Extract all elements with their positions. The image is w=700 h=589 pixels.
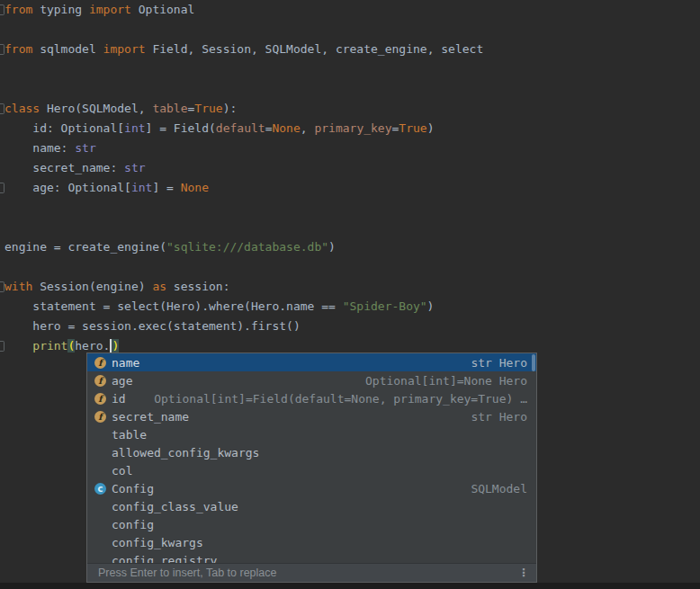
code-token: True	[399, 121, 426, 135]
completion-footer: Press Enter to insert, Tab to replace ⋮	[87, 563, 536, 582]
code-token: ,	[301, 121, 315, 135]
completion-footer-hint: Press Enter to insert, Tab to replace	[98, 567, 276, 579]
code-token: ] = Field(	[146, 121, 216, 135]
code-line-3[interactable]: from sqlmodel import Field, Session, SQL…	[4, 40, 483, 59]
code-line-15[interactable]: with Session(engine) as session:	[4, 277, 229, 297]
icon-placeholder	[94, 447, 106, 459]
completion-label: config_kwargs	[112, 536, 203, 549]
code-token: ] =	[152, 181, 180, 194]
code-token: None	[181, 181, 209, 194]
completion-label: allowed_config_kwargs	[112, 446, 259, 460]
icon-placeholder	[94, 555, 106, 564]
completion-label: age	[112, 374, 132, 388]
code-token: table	[152, 102, 187, 115]
gutter-icon[interactable]	[0, 341, 4, 352]
code-token: Hero(SQLModel,	[40, 102, 152, 115]
code-token: Optional	[131, 3, 194, 16]
code-token: from	[4, 42, 32, 56]
completion-label: name	[112, 356, 139, 370]
popup-scrollbar-thumb[interactable]	[532, 354, 535, 371]
completion-label: config	[112, 518, 154, 531]
code-token: Field, Session, SQLModel, create_engine,…	[146, 42, 484, 56]
gutter-icon[interactable]	[0, 183, 4, 193]
code-token: import	[89, 3, 131, 16]
code-token: session:	[166, 280, 229, 293]
completion-item-secret_name[interactable]: fsecret_namestr Hero	[87, 407, 536, 425]
gutter-icon[interactable]	[0, 103, 4, 114]
completion-item-config_kwargs[interactable]: config_kwargs	[87, 533, 536, 551]
code-token: with	[4, 280, 32, 293]
completion-type-hint: str Hero	[471, 356, 527, 370]
code-token: class	[4, 102, 40, 115]
completion-label: secret_name	[112, 410, 189, 424]
code-token: ):	[223, 102, 238, 115]
code-token: engine = create_engine(	[4, 240, 166, 254]
pycharm-editor-window: from typing import Optionalfrom sqlmodel…	[0, 0, 700, 589]
code-token: from	[4, 3, 32, 16]
code-token: sqlmodel	[32, 42, 103, 56]
completion-type-hint: SQLModel	[471, 482, 527, 495]
code-token: str	[124, 161, 145, 174]
completion-type-hint: Optional[int]=Field(default=None, primar…	[154, 392, 527, 406]
code-token: primary_key	[314, 121, 391, 135]
code-line-13[interactable]: engine = create_engine("sqlite:///databa…	[4, 237, 336, 257]
completion-label: col	[112, 464, 132, 477]
code-token: print	[32, 339, 67, 353]
field-icon: f	[94, 411, 106, 423]
icon-placeholder	[94, 537, 106, 549]
text-caret	[110, 339, 112, 353]
gutter-icon[interactable]	[0, 44, 4, 55]
code-token: typing	[32, 3, 89, 16]
completion-label: Config	[112, 482, 154, 495]
code-token: as	[152, 280, 166, 293]
code-token: name:	[4, 141, 75, 155]
editor-bottom-strip	[0, 583, 700, 589]
code-line-6[interactable]: class Hero(SQLModel, table=True):	[4, 99, 237, 119]
code-token	[4, 339, 32, 353]
code-token: )	[328, 240, 336, 254]
code-line-9[interactable]: secret_name: str	[4, 158, 146, 178]
code-line-1[interactable]: from typing import Optional	[4, 0, 194, 20]
code-token: hero.	[75, 339, 110, 353]
code-line-10[interactable]: age: Optional[int] = None	[4, 178, 209, 198]
icon-placeholder	[94, 501, 106, 513]
code-token: True	[194, 102, 222, 115]
code-token: "sqlite:///database.db"	[166, 240, 328, 254]
code-token: secret_name:	[4, 161, 124, 174]
code-token: int	[124, 121, 145, 135]
completion-item-age[interactable]: fageOptional[int]=None Hero	[87, 371, 536, 389]
gutter-icon[interactable]	[0, 4, 4, 15]
completion-item-table[interactable]: table	[87, 425, 536, 443]
code-token: Session(engine)	[32, 280, 152, 293]
icon-placeholder	[94, 429, 106, 441]
completion-item-col[interactable]: col	[87, 461, 536, 479]
completion-item-allowed_config_kwargs[interactable]: allowed_config_kwargs	[87, 443, 536, 461]
icon-placeholder	[94, 519, 106, 531]
completion-label: config_registry	[112, 554, 217, 564]
gutter-icon[interactable]	[0, 281, 4, 292]
completion-list: fnamestr HerofageOptional[int]=None Hero…	[87, 353, 536, 563]
code-line-17[interactable]: hero = session.exec(statement).first()	[4, 317, 301, 336]
completion-item-id[interactable]: fidOptional[int]=Field(default=None, pri…	[87, 389, 536, 407]
more-options-icon[interactable]: ⋮	[518, 567, 529, 579]
completion-item-name[interactable]: fnamestr Hero	[87, 353, 536, 371]
completion-item-config[interactable]: config	[87, 515, 536, 533]
completion-item-config_registry[interactable]: config_registry	[87, 551, 536, 563]
completion-item-Config[interactable]: cConfigSQLModel	[87, 479, 536, 497]
completion-popup: fnamestr HerofageOptional[int]=None Hero…	[86, 353, 537, 583]
field-icon: f	[94, 393, 106, 405]
code-token: None	[272, 121, 300, 135]
code-line-8[interactable]: name: str	[4, 138, 96, 158]
code-token: str	[75, 141, 95, 155]
code-token: import	[103, 42, 146, 56]
completion-label: id	[112, 392, 126, 406]
code-token: )	[427, 299, 435, 313]
code-token: statement = select(Hero).where(Hero.name…	[4, 299, 343, 313]
completion-label: config_class_value	[112, 500, 238, 513]
class-icon: c	[94, 483, 106, 495]
code-token: int	[131, 181, 152, 194]
code-line-16[interactable]: statement = select(Hero).where(Hero.name…	[4, 297, 434, 317]
completion-item-config_class_value[interactable]: config_class_value	[87, 497, 536, 515]
completion-type-hint: Optional[int]=None Hero	[365, 374, 527, 388]
code-line-7[interactable]: id: Optional[int] = Field(default=None, …	[4, 119, 434, 138]
